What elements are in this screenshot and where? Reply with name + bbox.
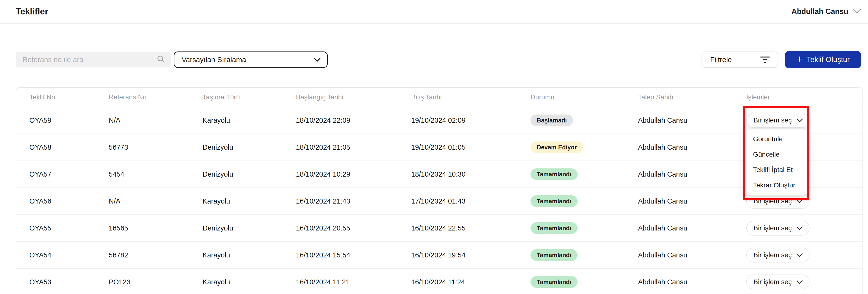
cell-talep-sahibi: Abdullah Cansu xyxy=(638,224,746,232)
chevron-down-icon xyxy=(797,116,803,124)
chevron-down-icon xyxy=(797,224,803,232)
cell-bitis: 19/10/2024 01:05 xyxy=(411,143,530,151)
status-badge: Tamamlandı xyxy=(530,169,578,180)
table-row: OYA53 PO123 Karayolu 16/10/2024 11:21 16… xyxy=(16,269,863,294)
action-select[interactable]: Bir işlem seç xyxy=(746,194,810,209)
status-badge: Tamamlandı xyxy=(530,249,578,261)
cell-referans-no: N/A xyxy=(109,116,203,124)
chevron-down-icon xyxy=(797,197,803,205)
cell-islemler: Bir işlem seç xyxy=(746,113,863,128)
cell-referans-no: N/A xyxy=(109,197,203,205)
controls-row: Varsayılan Sıralama Filtrele + Teklif Ol… xyxy=(16,51,861,68)
col-header-bitis: Bitiş Tarihi xyxy=(411,93,530,101)
table-row: OYA57 5454 Denizyolu 18/10/2024 10:29 18… xyxy=(16,161,863,188)
cell-bitis: 19/10/2024 02:09 xyxy=(411,116,530,124)
chevron-down-icon xyxy=(797,251,803,259)
cell-durumu: Başlamadı xyxy=(530,115,638,126)
cell-durumu: Tamamlandı xyxy=(530,195,638,207)
cell-referans-no: 56782 xyxy=(109,251,203,259)
table-row: OYA59 N/A Karayolu 18/10/2024 22:09 19/1… xyxy=(16,107,863,134)
col-header-islemler: İşlemler xyxy=(746,93,863,101)
create-offer-label: Teklif Oluştur xyxy=(807,55,850,64)
cell-bitis: 16/10/2024 22:55 xyxy=(411,224,530,232)
cell-baslangic: 18/10/2024 22:09 xyxy=(296,116,411,124)
create-offer-button[interactable]: + Teklif Oluştur xyxy=(785,51,861,68)
status-badge: Tamamlandı xyxy=(530,276,578,288)
menu-item[interactable]: Teklifi İptal Et xyxy=(746,162,807,178)
cell-islemler: Bir işlem seç xyxy=(746,220,863,236)
cell-baslangic: 16/10/2024 15:54 xyxy=(296,251,411,259)
action-select[interactable]: Bir işlem seç xyxy=(746,274,810,289)
cell-talep-sahibi: Abdullah Cansu xyxy=(638,197,746,205)
status-badge: Tamamlandı xyxy=(530,222,578,234)
cell-referans-no: 56773 xyxy=(109,143,203,151)
filter-button[interactable]: Filtrele xyxy=(702,52,778,68)
user-name: Abdullah Cansu xyxy=(792,7,848,16)
cell-referans-no: PO123 xyxy=(109,278,203,286)
col-header-talep-sahibi: Talep Sahibi xyxy=(638,93,746,101)
cell-tasima-turu: Karayolu xyxy=(203,278,296,286)
user-menu[interactable]: Abdullah Cansu xyxy=(792,7,861,16)
col-header-durumu: Durumu xyxy=(530,93,638,101)
chevron-down-icon xyxy=(314,56,321,64)
menu-item[interactable]: Görüntüle xyxy=(746,131,807,147)
table-row: OYA54 56782 Karayolu 16/10/2024 15:54 16… xyxy=(16,242,863,269)
action-select[interactable]: Bir işlem seç xyxy=(746,220,810,236)
search-input[interactable] xyxy=(22,55,157,64)
cell-teklif-no: OYA57 xyxy=(29,170,109,178)
search-box[interactable] xyxy=(16,52,171,67)
cell-durumu: Tamamlandı xyxy=(530,169,638,180)
action-select[interactable]: Bir işlem seç xyxy=(746,113,810,128)
filter-button-label: Filtrele xyxy=(710,56,732,64)
cell-baslangic: 16/10/2024 20:55 xyxy=(296,224,411,232)
cell-durumu: Tamamlandı xyxy=(530,276,638,288)
status-badge: Tamamlandı xyxy=(530,195,578,207)
action-select-label: Bir işlem seç xyxy=(753,251,792,259)
cell-islemler: Bir işlem seç xyxy=(746,247,863,263)
cell-referans-no: 5454 xyxy=(109,170,203,178)
filter-icon xyxy=(760,57,770,63)
offers-page: Teklifler Abdullah Cansu Varsayılan Sıra… xyxy=(0,0,868,294)
action-select[interactable]: Bir işlem seç xyxy=(746,247,810,263)
cell-teklif-no: OYA58 xyxy=(29,143,109,151)
col-header-tasima-turu: Taşıma Türü xyxy=(203,93,296,101)
status-badge: Başlamadı xyxy=(530,115,573,126)
sort-select-value: Varsayılan Sıralama xyxy=(182,56,246,64)
col-header-baslangic: Başlangıç Tarihi xyxy=(296,93,411,101)
cell-talep-sahibi: Abdullah Cansu xyxy=(638,251,746,259)
action-dropdown-menu: GörüntüleGüncelleTeklifi İptal EtTekrar … xyxy=(746,129,807,195)
cell-baslangic: 18/10/2024 21:05 xyxy=(296,143,411,151)
status-badge: Devam Ediyor xyxy=(530,142,583,153)
cell-talep-sahibi: Abdullah Cansu xyxy=(638,143,746,151)
cell-teklif-no: OYA59 xyxy=(29,116,109,124)
menu-item[interactable]: Tekrar Oluştur xyxy=(746,178,807,193)
action-select-label: Bir işlem seç xyxy=(753,278,792,286)
cell-talep-sahibi: Abdullah Cansu xyxy=(638,278,746,286)
page-title: Teklifler xyxy=(16,6,48,17)
cell-tasima-turu: Denizyolu xyxy=(203,224,296,232)
table-row: OYA55 16565 Denizyolu 16/10/2024 20:55 1… xyxy=(16,215,863,242)
cell-tasima-turu: Karayolu xyxy=(203,116,296,124)
cell-teklif-no: OYA54 xyxy=(29,251,109,259)
chevron-down-icon xyxy=(852,8,861,15)
cell-baslangic: 16/10/2024 21:43 xyxy=(296,197,411,205)
cell-tasima-turu: Denizyolu xyxy=(203,170,296,178)
plus-icon: + xyxy=(796,54,802,64)
action-select-label: Bir işlem seç xyxy=(753,116,792,124)
cell-talep-sahibi: Abdullah Cansu xyxy=(638,116,746,124)
cell-bitis: 17/10/2024 01:43 xyxy=(411,197,530,205)
cell-baslangic: 16/10/2024 11:21 xyxy=(296,278,411,286)
cell-tasima-turu: Karayolu xyxy=(203,197,296,205)
offers-table: Teklif No Referans No Taşıma Türü Başlan… xyxy=(16,87,863,294)
cell-teklif-no: OYA56 xyxy=(29,197,109,205)
col-header-teklif-no: Teklif No xyxy=(29,93,109,101)
menu-item[interactable]: Güncelle xyxy=(746,147,807,162)
table-row: OYA56 N/A Karayolu 16/10/2024 21:43 17/1… xyxy=(16,188,863,215)
cell-baslangic: 18/10/2024 10:29 xyxy=(296,170,411,178)
cell-bitis: 18/10/2024 10:30 xyxy=(411,170,530,178)
table-body: OYA59 N/A Karayolu 18/10/2024 22:09 19/1… xyxy=(16,107,863,294)
cell-talep-sahibi: Abdullah Cansu xyxy=(638,170,746,178)
cell-islemler: Bir işlem seç xyxy=(746,274,863,289)
cell-teklif-no: OYA53 xyxy=(29,278,109,286)
sort-select[interactable]: Varsayılan Sıralama xyxy=(174,52,328,68)
